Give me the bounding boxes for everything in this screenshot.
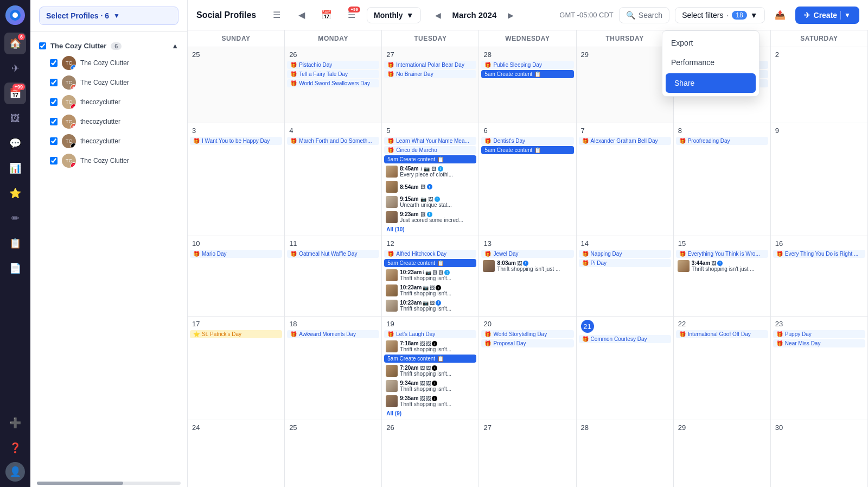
calendar-cell-mar30[interactable]: 30 — [771, 420, 868, 487]
profile-checkbox[interactable] — [50, 137, 58, 145]
calendar-cell-mar22[interactable]: 22 🎁International Goof Off Day — [674, 317, 771, 420]
list-item[interactable]: TC ◉ thecozyclutter — [37, 112, 181, 131]
collapse-icon[interactable]: ▲ — [171, 42, 178, 50]
profile-checkbox[interactable] — [50, 59, 58, 67]
calendar-cell-mar27[interactable]: 27 — [479, 420, 576, 487]
event-holiday[interactable]: 🎁Pistachio Day — [287, 61, 379, 69]
calendar-cell-mar4[interactable]: 4 🎁March Forth and Do Someth... — [285, 123, 382, 236]
nav-home[interactable]: 🏠 6 — [4, 33, 26, 54]
event-holiday[interactable]: 🎁Mario Day — [190, 250, 282, 258]
share-icon-button[interactable]: 📤 — [770, 5, 790, 25]
calendar-cell-mar5[interactable]: 5 🎁Learn What Your Name Mea... 🎁Cinco de… — [382, 123, 479, 236]
event-holiday[interactable]: 🎁World Sword Swallowers Day — [287, 79, 379, 87]
event-holiday[interactable]: 🎁Common Courtesy Day — [579, 335, 671, 343]
filter-icon-button[interactable]: ☰ — [267, 5, 286, 25]
event-create-content[interactable]: 5am Create content 📋 — [481, 70, 573, 78]
calendar-cell-mar20[interactable]: 20 🎁World Storytelling Day 🎁Proposal Day — [479, 317, 576, 420]
event-holiday[interactable]: 🎁Oatmeal Nut Waffle Day — [287, 250, 379, 258]
prev-month-button[interactable]: ◀ — [431, 8, 446, 23]
event-holiday[interactable]: 🎁International Polar Bear Day — [384, 61, 476, 69]
create-button[interactable]: ✈ Create ▼ — [795, 7, 859, 24]
event-post[interactable]: 9:35am 🖼 🖼 ♪ Thrift shopping isn't... — [384, 394, 476, 408]
event-holiday[interactable]: 🎁Awkward Moments Day — [287, 330, 379, 338]
profile-checkbox[interactable] — [50, 157, 58, 165]
calendar-cell-mar29[interactable]: 29 — [674, 420, 771, 487]
calendar-cell-feb26[interactable]: 26 🎁Pistachio Day 🎁Tell a Fairy Tale Day… — [285, 47, 382, 123]
event-create-content[interactable]: 5am Create content 📋 — [481, 146, 573, 154]
event-holiday[interactable]: 🎁Every Thing You Do is Right ... — [773, 250, 865, 258]
calendar-cell-mar15[interactable]: 15 🎁Everything You Think is Wro... 3:44a… — [674, 236, 771, 317]
calendar-cell-feb28[interactable]: 28 🎁Public Sleeping Day 5am Create conte… — [479, 47, 576, 123]
calendar-cell-mar9[interactable]: 9 — [771, 123, 868, 236]
calendar-cell-mar18[interactable]: 18 🎁Awkward Moments Day — [285, 317, 382, 420]
event-create-content[interactable]: 5am Create content 📋 — [384, 155, 476, 163]
nav-gallery[interactable]: 🖼 — [4, 107, 26, 129]
event-post[interactable]: 7:20am 🖼 🖼 ♪ Thrift shopping isn't... — [384, 364, 476, 378]
event-holiday[interactable]: ⭐St. Patrick's Day — [190, 330, 282, 338]
dropdown-item-performance[interactable]: Performance — [662, 53, 759, 72]
event-holiday[interactable]: 🎁Proposal Day — [481, 339, 573, 347]
event-holiday[interactable]: 🎁Everything You Think is Wro... — [676, 250, 768, 258]
calendar-cell-mar11[interactable]: 11 🎁Oatmeal Nut Waffle Day — [285, 236, 382, 317]
event-post[interactable]: 9:23am 🖼 t Just scored some incred... — [384, 210, 476, 224]
event-post[interactable]: 8:45am ℹ 📷 🖼 t Every piece of clothi... — [384, 165, 476, 179]
list-item[interactable]: TC ♪ thecozyclutter — [37, 131, 181, 151]
calendar-cell-mar13[interactable]: 13 🎁Jewel Day 8:03am 🖼 f Thrift shopping… — [479, 236, 576, 317]
nav-analytics[interactable]: 📊 — [4, 157, 26, 179]
list-item[interactable]: TC ◉ The Cozy Clutter — [37, 73, 181, 92]
dropdown-item-export[interactable]: Export — [662, 33, 759, 53]
calendar-cell-mar17[interactable]: 17 ⭐St. Patrick's Day — [188, 317, 285, 420]
event-holiday[interactable]: 🎁Proofreading Day — [676, 137, 768, 145]
event-holiday[interactable]: 🎁Cinco de Marcho — [384, 146, 476, 154]
calendar-cell-feb25[interactable]: 25 — [188, 47, 285, 123]
nav-send[interactable]: ✈ — [4, 58, 26, 79]
event-create-content[interactable]: 5am Create content 📋 — [384, 259, 476, 267]
calendar-cell-mar2[interactable]: 2 — [771, 47, 868, 123]
profile-checkbox[interactable] — [50, 118, 58, 125]
event-holiday[interactable]: 🎁Dentist's Day — [481, 137, 573, 145]
event-holiday[interactable]: 🎁Pi Day — [579, 259, 671, 267]
calendar-cell-mar6[interactable]: 6 🎁Dentist's Day 5am Create content 📋 — [479, 123, 576, 236]
event-holiday[interactable]: 🎁March Forth and Do Someth... — [287, 137, 379, 145]
calendar-cell-mar14[interactable]: 14 🎁Napping Day 🎁Pi Day — [577, 236, 674, 317]
list-item[interactable]: TC P The Cozy Clutter — [37, 151, 181, 170]
calendar-cell-mar3[interactable]: 3 🎁I Want You to be Happy Day — [188, 123, 285, 236]
event-post[interactable]: 7:18am 🖼 🖼 ♪ Thrift shopping isn't... — [384, 339, 476, 353]
calendar-cell-feb27[interactable]: 27 🎁International Polar Bear Day 🎁No Bra… — [382, 47, 479, 123]
list-item[interactable]: TC P thecozyclutter — [37, 92, 181, 112]
event-holiday[interactable]: 🎁Alfred Hitchcock Day — [384, 250, 476, 258]
nav-reports[interactable]: 📋 — [4, 232, 26, 254]
sidebar-scrollbar[interactable] — [37, 482, 181, 485]
event-post[interactable]: 9:15am 📷 🖼 t Unearth unique stat... — [384, 195, 476, 209]
event-holiday[interactable]: 🎁Jewel Day — [481, 250, 573, 258]
filter-button[interactable]: Select filters · 18 ▼ — [675, 7, 764, 23]
event-post[interactable]: 10:23am 📷 🖼 f Thrift shopping isn't... — [384, 299, 476, 313]
event-holiday[interactable]: 🎁Alexander Graham Bell Day — [579, 137, 671, 145]
list-item[interactable]: TC f The Cozy Clutter — [37, 53, 181, 73]
event-post[interactable]: 9:34am 🖼 🖼 ♪ Thrift shopping isn't... — [384, 379, 476, 393]
event-holiday[interactable]: 🎁International Goof Off Day — [676, 330, 768, 338]
profile-select-button[interactable]: Select Profiles · 6 ▼ — [39, 7, 178, 25]
event-post[interactable]: 10:23am ℹ 📷 🖼 🖼 t Thrift shopping isn't.… — [384, 268, 476, 282]
calendar-cell-mar7[interactable]: 7 🎁Alexander Graham Bell Day — [577, 123, 674, 236]
calendar-cell-mar19[interactable]: 19 🎁Let's Laugh Day 7:18am 🖼 🖼 ♪ Thrift … — [382, 317, 479, 420]
calendar-cell-mar21[interactable]: 21 🎁Common Courtesy Day — [577, 317, 674, 420]
group-checkbox[interactable] — [39, 42, 46, 49]
calendar-cell-mar26[interactable]: 26 — [382, 420, 479, 487]
calendar-cell-feb29[interactable]: 29 — [577, 47, 674, 123]
profile-checkbox[interactable] — [50, 79, 58, 86]
event-holiday[interactable]: 🎁Public Sleeping Day — [481, 61, 573, 69]
nav-edit[interactable]: ✏ — [4, 207, 26, 229]
event-post[interactable]: 3:44am 🖼 f Thrift shopping isn't just ..… — [676, 259, 768, 273]
calendar-cell-mar10[interactable]: 10 🎁Mario Day — [188, 236, 285, 317]
event-holiday[interactable]: 🎁Near Miss Day — [773, 339, 865, 347]
event-holiday[interactable]: 🎁Tell a Fairy Tale Day — [287, 70, 379, 78]
event-holiday[interactable]: 🎁World Storytelling Day — [481, 330, 573, 338]
see-all-link[interactable]: All (10) — [384, 225, 476, 233]
nav-messages[interactable]: 💬 — [4, 132, 26, 154]
nav-add[interactable]: ➕ — [4, 412, 26, 434]
event-holiday[interactable]: 🎁Let's Laugh Day — [384, 330, 476, 338]
nav-calendar[interactable]: 📅 +99 — [4, 83, 26, 104]
calendar-cell-mar16[interactable]: 16 🎁Every Thing You Do is Right ... — [771, 236, 868, 317]
calendar-cell-mar28[interactable]: 28 — [577, 420, 674, 487]
